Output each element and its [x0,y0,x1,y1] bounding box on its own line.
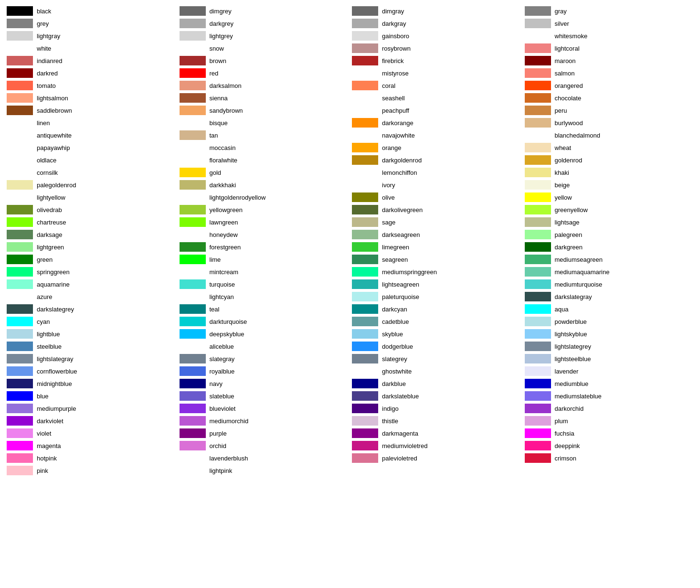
color-item[interactable]: snow [178,42,350,54]
color-item[interactable]: paleturquoise [350,290,523,303]
color-item[interactable]: orangered [523,79,696,92]
color-item[interactable]: skyblue [350,328,523,340]
color-item[interactable]: brown [178,54,350,67]
color-item[interactable]: honeydew [178,228,350,241]
color-item[interactable]: lightslategray [5,353,178,365]
color-item[interactable]: goldenrod [523,154,696,166]
color-item[interactable]: lightgreen [5,241,178,253]
color-item[interactable]: white [5,42,178,54]
color-item[interactable]: beige [523,179,696,191]
color-item[interactable]: darkorange [350,117,523,129]
color-item[interactable]: mediumorchid [178,415,350,427]
color-item[interactable]: yellowgreen [178,203,350,216]
color-item[interactable]: orange [350,141,523,154]
color-item[interactable]: red [178,67,350,79]
color-item[interactable]: darkslateblue [350,390,523,402]
color-item[interactable]: moccasin [178,141,350,154]
color-item[interactable]: darkblue [350,377,523,390]
color-item[interactable]: darkturquoise [178,315,350,328]
color-item[interactable]: navajowhite [350,129,523,141]
color-item[interactable]: darkviolet [5,415,178,427]
color-item[interactable]: aliceblue [178,340,350,353]
color-item[interactable]: cyan [5,315,178,328]
color-item[interactable]: palevioletred [350,452,523,464]
color-item[interactable]: cornflowerblue [5,365,178,377]
color-item[interactable]: pink [5,464,178,477]
color-item[interactable]: palegreen [523,228,696,241]
color-item[interactable]: thistle [350,415,523,427]
color-item[interactable]: midnightblue [5,377,178,390]
color-item[interactable]: limegreen [350,241,523,253]
color-item[interactable]: hotpink [5,452,178,464]
color-item[interactable]: navy [178,377,350,390]
color-item[interactable]: lemonchiffon [350,166,523,179]
color-item[interactable]: lightskyblue [523,328,696,340]
color-item[interactable]: ghostwhite [350,365,523,377]
color-item[interactable]: royalblue [178,365,350,377]
color-item[interactable]: darkseagreen [350,228,523,241]
color-item[interactable]: darkolivegreen [350,203,523,216]
color-item[interactable]: deepskyblue [178,328,350,340]
color-item[interactable]: coral [350,79,523,92]
color-item[interactable]: sandybrown [178,104,350,117]
color-item[interactable]: chartreuse [5,216,178,228]
color-item[interactable]: linen [5,117,178,129]
color-item[interactable]: greenyellow [523,203,696,216]
color-item[interactable]: black [5,5,178,17]
color-item[interactable]: lightslategrey [523,340,696,353]
color-item[interactable]: darkorchid [523,402,696,415]
color-item[interactable]: lightblue [5,328,178,340]
color-item[interactable]: darkcyan [350,303,523,315]
color-item[interactable]: slategray [178,353,350,365]
color-item[interactable]: lightsalmon [5,92,178,104]
color-item[interactable]: papayawhip [5,141,178,154]
color-item[interactable]: darkred [5,67,178,79]
color-item[interactable]: maroon [523,54,696,67]
color-item[interactable]: blue [5,390,178,402]
color-item[interactable]: aquamarine [5,278,178,290]
color-item[interactable]: mediumaquamarine [523,266,696,278]
color-item[interactable]: plum [523,415,696,427]
color-item[interactable]: lime [178,253,350,266]
color-item[interactable]: mediumspringgreen [350,266,523,278]
color-item[interactable]: aqua [523,303,696,315]
color-item[interactable]: dimgray [350,5,523,17]
color-item[interactable]: darkkhaki [178,179,350,191]
color-item[interactable]: firebrick [350,54,523,67]
color-item[interactable]: deeppink [523,439,696,452]
color-item[interactable]: blanchedalmond [523,129,696,141]
color-item[interactable]: powderblue [523,315,696,328]
color-item[interactable]: whitesmoke [523,30,696,42]
color-item[interactable]: gainsboro [350,30,523,42]
color-item[interactable]: azure [5,290,178,303]
color-item[interactable]: forestgreen [178,241,350,253]
color-item[interactable]: peru [523,104,696,117]
color-item[interactable]: orchid [178,439,350,452]
color-item[interactable]: darkgreen [523,241,696,253]
color-item[interactable]: darkslategrey [5,303,178,315]
color-item[interactable]: darkgoldenrod [350,154,523,166]
color-item[interactable]: dodgerblue [350,340,523,353]
color-item[interactable]: antiquewhite [5,129,178,141]
color-item[interactable]: fuchsia [523,427,696,439]
color-item[interactable]: yellow [523,191,696,203]
color-item[interactable]: lightseagreen [350,278,523,290]
color-item[interactable]: seashell [350,92,523,104]
color-item[interactable]: darkgrey [178,17,350,30]
color-item[interactable]: tomato [5,79,178,92]
color-item[interactable]: cadetblue [350,315,523,328]
color-item[interactable]: purple [178,427,350,439]
color-item[interactable]: cornsilk [5,166,178,179]
color-item[interactable]: magenta [5,439,178,452]
color-item[interactable]: lightsteelblue [523,353,696,365]
color-item[interactable]: mediumblue [523,377,696,390]
color-item[interactable]: oldlace [5,154,178,166]
color-item[interactable]: darksalmon [178,79,350,92]
color-item[interactable]: lightgrey [178,30,350,42]
color-item[interactable]: mediumseagreen [523,253,696,266]
color-item[interactable]: steelblue [5,340,178,353]
color-item[interactable]: floralwhite [178,154,350,166]
color-item[interactable]: mediumpurple [5,402,178,415]
color-item[interactable]: blueviolet [178,402,350,415]
color-item[interactable]: mediumvioletred [350,439,523,452]
